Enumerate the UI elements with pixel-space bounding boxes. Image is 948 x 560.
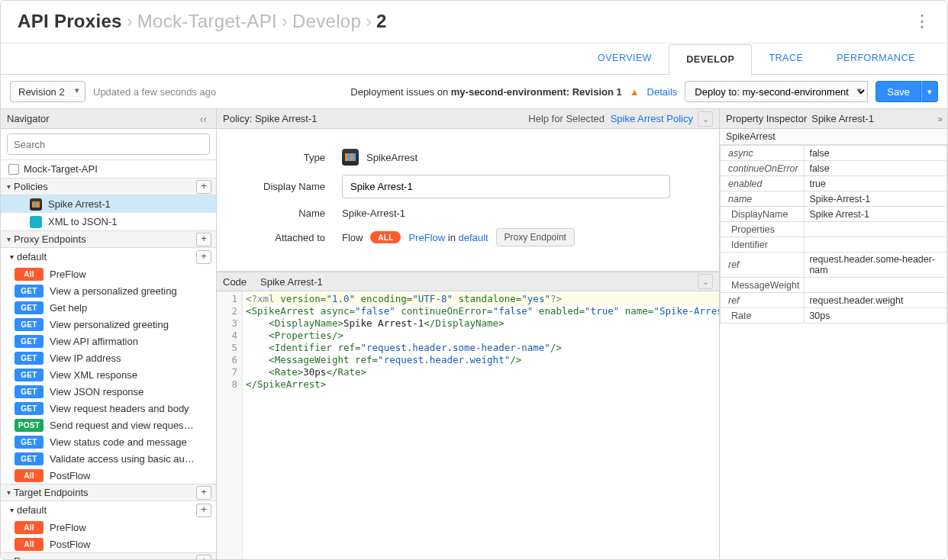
flow-item[interactable]: AllPostFlow: [1, 536, 216, 552]
method-badge: GET: [15, 301, 44, 314]
prop-value[interactable]: request.header.some-header-nam: [805, 253, 947, 278]
navigator-header: Navigator ‹‹: [1, 109, 216, 129]
save-dropdown-button[interactable]: ▾: [921, 81, 938, 102]
save-button[interactable]: Save: [875, 81, 921, 102]
inspector-title: Property Inspector: [726, 113, 807, 124]
collapse-code-icon[interactable]: ⌄: [698, 274, 713, 289]
help-link[interactable]: Spike Arrest Policy: [611, 113, 693, 124]
section-target-endpoints[interactable]: ▾Target Endpoints+: [1, 484, 216, 501]
section-resources[interactable]: ▾Resources+: [1, 552, 216, 559]
prop-key: name: [721, 191, 805, 207]
method-badge: All: [15, 521, 44, 534]
prop-value[interactable]: [805, 222, 947, 237]
prop-key: Properties: [721, 222, 805, 237]
spike-arrest-icon: [30, 198, 42, 211]
method-badge: All: [15, 268, 44, 281]
tab-overview[interactable]: OVERVIEW: [581, 43, 669, 75]
flow-item[interactable]: GETView API affirmation: [1, 333, 216, 349]
display-name-input[interactable]: [342, 175, 670, 198]
revision-select[interactable]: Revision 2: [10, 81, 85, 102]
policy-item[interactable]: XML to JSON-1: [1, 213, 216, 230]
chevron-right-icon: ›: [122, 11, 137, 32]
code-gutter: 12345678: [217, 291, 243, 559]
flow-item[interactable]: AllPreFlow: [1, 266, 216, 282]
updated-text: Updated a few seconds ago: [93, 86, 216, 98]
prop-value[interactable]: Spike Arrest-1: [805, 207, 947, 222]
method-badge: All: [15, 469, 44, 482]
crumb-proxy[interactable]: Mock-Target-API: [137, 11, 277, 32]
toolbar: Revision 2 Updated a few seconds ago Dep…: [1, 75, 947, 109]
deploy-to-select[interactable]: Deploy to: my-second-environment: [685, 81, 868, 102]
proxy-default-folder[interactable]: ▾default+: [1, 248, 216, 266]
code-editor[interactable]: <?xml version="1.0" encoding="UTF-8" sta…: [243, 291, 719, 559]
section-proxy-endpoints[interactable]: ▾Proxy Endpoints+: [1, 230, 216, 248]
inspector-group: SpikeArrest: [720, 129, 947, 145]
method-badge: GET: [15, 352, 44, 365]
proxy-endpoint-button[interactable]: Proxy Endpoint: [496, 228, 575, 246]
add-target-flow-button[interactable]: +: [196, 504, 211, 517]
prop-value[interactable]: [805, 278, 947, 293]
add-flow-button[interactable]: +: [196, 250, 211, 264]
flow-item[interactable]: GETView JSON response: [1, 383, 216, 400]
method-badge: POST: [15, 419, 44, 432]
attached-to-label: Attached to: [232, 232, 342, 243]
prop-value[interactable]: request.header.weight: [805, 293, 947, 308]
flow-item[interactable]: AllPostFlow: [1, 467, 216, 484]
prop-key: ref: [721, 293, 805, 308]
flow-item[interactable]: GETView XML response: [1, 366, 216, 383]
policy-item[interactable]: Spike Arrest-1: [1, 195, 216, 213]
prop-key: MessageWeight: [721, 278, 805, 293]
breadcrumb: API Proxies › Mock-Target-API › Develop …: [1, 1, 947, 43]
add-resource-button[interactable]: +: [196, 555, 211, 560]
prop-value[interactable]: 30ps: [805, 308, 947, 323]
flow-item[interactable]: GETView status code and message: [1, 433, 216, 450]
prop-key: DisplayName: [721, 207, 805, 222]
type-label: Type: [232, 152, 342, 163]
flow-item[interactable]: AllPreFlow: [1, 519, 216, 536]
prop-value[interactable]: false: [805, 146, 947, 161]
help-for-selected: Help for Selected Spike Arrest Policy: [528, 113, 693, 124]
prop-value[interactable]: false: [805, 161, 947, 176]
method-badge: GET: [15, 385, 44, 398]
prop-key: async: [721, 146, 805, 161]
prop-key: enabled: [721, 176, 805, 191]
name-label: Name: [232, 208, 342, 219]
prop-value[interactable]: [805, 237, 947, 253]
tab-performance[interactable]: PERFORMANCE: [820, 43, 932, 75]
default-link[interactable]: default: [458, 232, 488, 243]
more-menu-icon[interactable]: ⋮: [914, 11, 930, 31]
add-target-ep-button[interactable]: +: [196, 486, 211, 500]
prop-value[interactable]: Spike-Arrest-1: [805, 191, 947, 207]
method-badge: GET: [15, 369, 44, 381]
add-policy-button[interactable]: +: [196, 180, 211, 194]
collapse-form-icon[interactable]: ⌄: [698, 111, 713, 127]
chevron-right-icon: ›: [277, 11, 292, 32]
inspector-table: asyncfalsecontinueOnErrorfalseenabledtru…: [720, 145, 947, 323]
collapse-nav-icon[interactable]: ‹‹: [197, 113, 210, 125]
prop-value[interactable]: true: [805, 176, 947, 191]
expand-inspector-icon[interactable]: ››: [937, 113, 941, 124]
tab-develop[interactable]: DEVELOP: [669, 44, 752, 76]
add-proxy-ep-button[interactable]: +: [196, 233, 211, 246]
method-badge: GET: [15, 335, 44, 348]
flow-item[interactable]: GETView personalized greeting: [1, 316, 216, 333]
details-link[interactable]: Details: [647, 86, 678, 98]
flow-item[interactable]: GETGet help: [1, 299, 216, 316]
tab-trace[interactable]: TRACE: [752, 43, 820, 75]
flow-item[interactable]: GETView request headers and body: [1, 400, 216, 417]
section-policies[interactable]: ▾Policies+: [1, 178, 216, 195]
flow-item[interactable]: GETView IP address: [1, 349, 216, 366]
xml-json-icon: [30, 216, 42, 228]
crumb-root[interactable]: API Proxies: [18, 11, 122, 32]
flow-item[interactable]: GETView a personalized greeting: [1, 282, 216, 299]
flow-item[interactable]: GETValidate access using basic aut…: [1, 450, 216, 467]
method-badge: GET: [15, 285, 44, 298]
flow-item[interactable]: POSTSend request and view request…: [1, 417, 216, 433]
crumb-section[interactable]: Develop: [292, 11, 361, 32]
tab-bar: OVERVIEW DEVELOP TRACE PERFORMANCE: [1, 43, 947, 75]
tree-root[interactable]: Mock-Target-API: [1, 160, 216, 178]
target-default-folder[interactable]: ▾default+: [1, 501, 216, 519]
preflow-link[interactable]: PreFlow: [408, 232, 445, 243]
nav-search-input[interactable]: [7, 134, 210, 155]
document-icon: [8, 164, 19, 175]
